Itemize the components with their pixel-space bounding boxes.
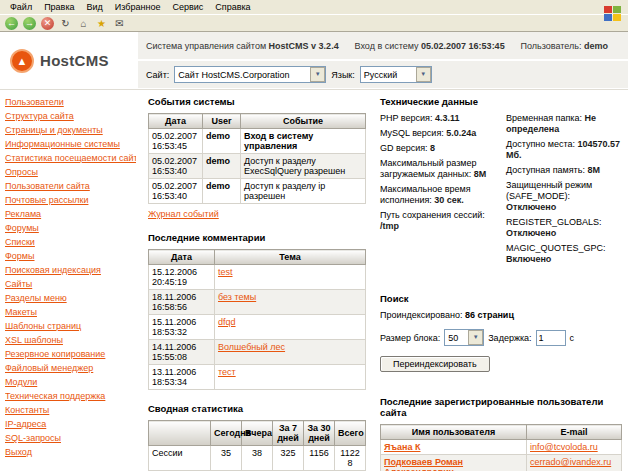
table-row: 15.12.2006 20:45:19 test [149, 265, 366, 290]
user-email-link[interactable]: info@tcvoloda.ru [530, 442, 598, 452]
sidebar-item-pages-documents[interactable]: Страницы и документы [5, 123, 136, 137]
menu-view[interactable]: Вид [81, 2, 109, 12]
menu-favorites[interactable]: Избранное [109, 2, 167, 12]
header-info-bar: Система управления сайтом HostCMS v 3.2.… [138, 32, 628, 61]
site-select[interactable]: Сайт HostCMS.Corporation ▼ [174, 66, 326, 83]
events-panel: События системы Дата User Событие 05.02.… [148, 96, 366, 219]
users-table: Имя пользователя E-mail Яъана К info@tcv… [380, 424, 622, 471]
sidebar: Пользователи Структура сайта Страницы и … [0, 90, 138, 459]
tech-item-temp-folder: Временная папка: Не определена [506, 113, 622, 135]
registered-users-title: Последние зарегистрированные пользовател… [380, 396, 622, 418]
language-label: Язык: [331, 70, 355, 80]
sidebar-item-site-structure[interactable]: Структура сайта [5, 109, 136, 123]
stats-value: 35 [211, 446, 242, 471]
event-date: 05.02.2007 16:53:40 [149, 179, 203, 204]
sidebar-item-file-manager[interactable]: Файловый менеджер [5, 361, 136, 375]
sidebar-item-sql-queries[interactable]: SQL-запросы [5, 431, 136, 445]
sidebar-item-logout[interactable]: Выход [5, 445, 136, 459]
users-col-name: Имя пользователя [381, 425, 527, 440]
language-select[interactable]: Русский ▼ [360, 66, 432, 83]
sidebar-item-xsl-templates[interactable]: XSL шаблоны [5, 333, 136, 347]
user-email-link[interactable]: cerrado@ivandex.ru [530, 457, 611, 467]
stats-col-today: Сегодня [211, 421, 242, 446]
sidebar-item-forms[interactable]: Формы [5, 249, 136, 263]
sidebar-item-mailings[interactable]: Почтовые рассылки [5, 193, 136, 207]
app-version: HostCMS v 3.2.4 [269, 41, 339, 51]
indexed-info: Проиндексировано: 86 страниц [380, 310, 622, 320]
table-row: Подковаев Роман Александрович cerrado@iv… [381, 455, 622, 471]
comment-topic-link[interactable]: тест [218, 367, 236, 377]
menu-edit[interactable]: Правка [38, 2, 80, 12]
sidebar-item-forums[interactable]: Форумы [5, 221, 136, 235]
chevron-down-icon: ▼ [310, 67, 325, 82]
chevron-down-icon: ▼ [468, 330, 483, 345]
sidebar-item-tech-support[interactable]: Техническая поддержка [5, 389, 136, 403]
sidebar-item-sites[interactable]: Сайты [5, 277, 136, 291]
table-row: 13.11.2006 18:53:34 тест [149, 365, 366, 390]
events-log-link[interactable]: Журнал событий [148, 209, 219, 219]
sidebar-item-info-systems[interactable]: Информационные системы [5, 137, 136, 151]
delay-input[interactable] [536, 330, 566, 346]
tech-item-upload-size: Максимальный размер загружаемых данных: … [380, 158, 496, 180]
back-icon[interactable]: ← [5, 17, 18, 30]
event-user: demo [203, 154, 241, 179]
table-row: 15.11.2006 18:53:32 dfqd [149, 315, 366, 340]
sidebar-item-page-templates[interactable]: Шаблоны страниц [5, 319, 136, 333]
tech-item-free-space: Доступно места: 104570.57 Мб. [506, 139, 622, 161]
registered-users-panel: Последние зарегистрированные пользовател… [380, 396, 622, 471]
hostcms-logo: ▲ HostCMS [0, 32, 138, 89]
sidebar-item-users[interactable]: Пользователи [5, 95, 136, 109]
stats-value: 1156 [304, 446, 335, 471]
reindex-button[interactable]: Переиндексировать [380, 356, 490, 372]
user-name-link[interactable]: Подковаев Роман Александрович [384, 457, 463, 471]
tech-item-safe-mode: Защищенный режим (SAFE_MODE): Отключено [506, 180, 622, 213]
sidebar-item-site-stats[interactable]: Статистика посещаемости сайта [5, 151, 136, 165]
sidebar-item-backup[interactable]: Резервное копирование [5, 347, 136, 361]
user-name: demo [584, 41, 608, 51]
sidebar-item-site-users[interactable]: Пользователи сайта [5, 179, 136, 193]
stop-icon[interactable]: ✕ [41, 17, 54, 30]
tech-right-column: Временная папка: Не определена Доступно … [506, 113, 622, 269]
chevron-down-icon: ▼ [416, 67, 431, 82]
tech-item-register-globals: REGISTER_GLOBALS: Отключено [506, 217, 622, 239]
sidebar-item-constants[interactable]: Константы [5, 403, 136, 417]
sidebar-item-search-indexing[interactable]: Поисковая индексация [5, 263, 136, 277]
favorites-icon[interactable]: ★ [95, 17, 108, 30]
event-description: Доступ к разделу ExecSqlQuery разрешен [244, 156, 345, 176]
tech-item-exec-time: Максимальное время исполнения: 30 сек. [380, 184, 496, 206]
sidebar-item-polls[interactable]: Опросы [5, 165, 136, 179]
indexed-label: Проиндексировано: [380, 310, 462, 320]
comments-col-date: Дата [149, 250, 215, 265]
mail-icon[interactable]: ✉ [113, 17, 126, 30]
home-icon[interactable]: ⌂ [77, 17, 90, 30]
menu-file[interactable]: Файл [4, 2, 38, 12]
block-size-select[interactable]: 50 ▼ [444, 329, 484, 346]
forward-icon[interactable]: → [23, 17, 36, 30]
language-select-value: Русский [364, 70, 397, 80]
stats-value: 325 [273, 446, 304, 471]
sidebar-item-menu-sections[interactable]: Разделы меню [5, 291, 136, 305]
event-date: 05.02.2007 16:53:40 [149, 154, 203, 179]
sidebar-item-ads[interactable]: Реклама [5, 207, 136, 221]
comment-topic-link[interactable]: без темы [218, 292, 256, 302]
comment-topic-link[interactable]: Волшебный лес [218, 342, 285, 352]
delay-unit: с [570, 333, 575, 343]
comment-topic-link[interactable]: dfqd [218, 317, 236, 327]
sidebar-item-modules[interactable]: Модули [5, 375, 136, 389]
menu-tools[interactable]: Сервис [166, 2, 209, 12]
refresh-icon[interactable]: ↻ [59, 17, 72, 30]
user-label: Пользователь: [521, 41, 582, 51]
sidebar-item-lists[interactable]: Списки [5, 235, 136, 249]
event-description: Доступ к разделу ip разрешен [244, 181, 325, 201]
menu-help[interactable]: Справка [209, 2, 256, 12]
sidebar-item-layouts[interactable]: Макеты [5, 305, 136, 319]
table-row: 05.02.2007 16:53:40 demo Доступ к раздел… [149, 179, 366, 204]
comment-topic-link[interactable]: test [218, 267, 233, 277]
search-title: Поиск [380, 293, 622, 304]
user-name-link[interactable]: Яъана К [384, 442, 420, 452]
browser-chrome: Файл Правка Вид Избранное Сервис Справка… [0, 0, 628, 32]
comment-date: 13.11.2006 18:53:34 [149, 365, 215, 390]
stats-col-30days: За 30 дней [304, 421, 335, 446]
tech-item-php: PHP версия: 4.3.11 [380, 113, 496, 124]
sidebar-item-ip-addresses[interactable]: IP-адреса [5, 417, 136, 431]
